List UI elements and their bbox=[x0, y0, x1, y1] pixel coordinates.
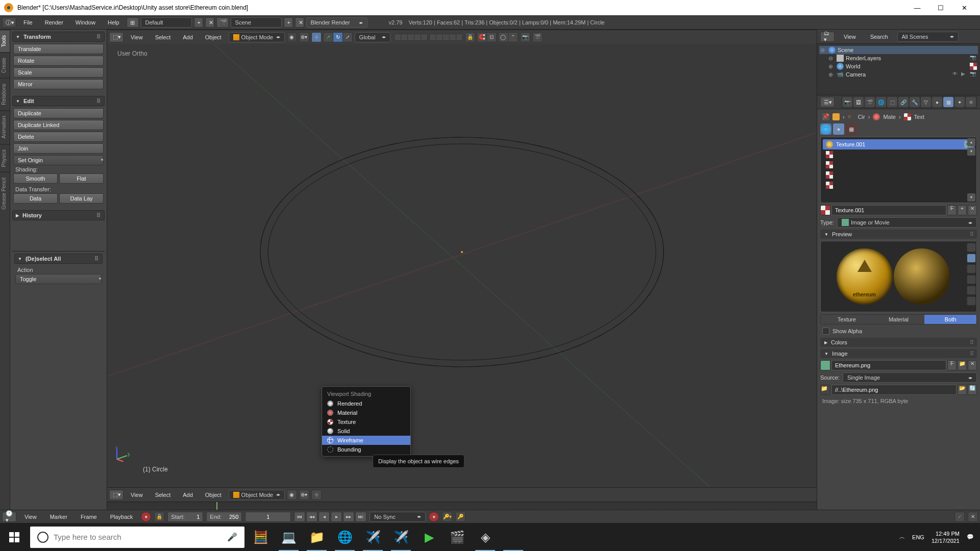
props-tab-constraint[interactable]: 🔗 bbox=[898, 97, 909, 107]
shading-btn-b[interactable]: ◉ bbox=[287, 490, 297, 500]
vtab-animation[interactable]: Animation bbox=[0, 110, 10, 143]
scene-add[interactable]: + bbox=[284, 17, 293, 28]
shading-mode-btn[interactable]: ◉ bbox=[287, 32, 297, 42]
prev-hair[interactable] bbox=[967, 286, 976, 295]
keyframe-prev-icon[interactable]: ◂◂ bbox=[306, 512, 317, 522]
outliner-view-menu[interactable]: View bbox=[839, 32, 861, 42]
texture-slot-list[interactable]: Texture.001✓ ▴ ▾ ▾ bbox=[820, 137, 977, 203]
texture-slot-2[interactable] bbox=[823, 160, 974, 170]
image-open[interactable]: 📁 bbox=[958, 360, 967, 370]
task-video[interactable]: 🎬 bbox=[443, 523, 471, 551]
duplicate-button[interactable]: Duplicate bbox=[13, 108, 104, 118]
prev-sphere2[interactable] bbox=[967, 296, 976, 306]
task-calculator[interactable]: 🧮 bbox=[247, 523, 275, 551]
props-tab-world[interactable]: 🌐 bbox=[876, 97, 886, 107]
key-insert-icon[interactable]: 🔑 bbox=[455, 512, 465, 522]
play-reverse-icon[interactable]: ◂ bbox=[318, 512, 330, 522]
view3d-b-menu-select[interactable]: Select bbox=[150, 490, 176, 500]
shading-wireframe[interactable]: Wireframe bbox=[322, 436, 410, 445]
prev-flat[interactable] bbox=[967, 243, 976, 252]
translate-button[interactable]: Translate bbox=[13, 44, 104, 54]
lock-camera-icon[interactable]: 🔒 bbox=[465, 32, 475, 42]
keyframe-next-icon[interactable]: ▸▸ bbox=[343, 512, 354, 522]
menu-file[interactable]: File bbox=[18, 17, 38, 28]
record-icon[interactable]: ● bbox=[429, 512, 439, 522]
show-alpha-checkbox[interactable] bbox=[822, 328, 829, 335]
tl-x[interactable]: ✕ bbox=[968, 512, 978, 522]
outliner-world[interactable]: ⊕World bbox=[819, 62, 978, 70]
props-tab-modifier[interactable]: 🔧 bbox=[910, 97, 920, 107]
ctx-world-tex[interactable]: 🌐 bbox=[820, 123, 831, 135]
manip-toggle-b[interactable]: ⊹ bbox=[311, 490, 322, 500]
prev-sphere[interactable] bbox=[967, 254, 976, 263]
texture-slot-0[interactable]: Texture.001✓ bbox=[823, 139, 974, 149]
texture-name-input[interactable] bbox=[831, 205, 946, 215]
edit-panel-header[interactable]: Edit⠿ bbox=[12, 96, 105, 106]
view3d-menu-object[interactable]: Object bbox=[200, 32, 227, 42]
layout-add[interactable]: + bbox=[194, 17, 203, 28]
ctx-material-tex[interactable]: ● bbox=[833, 123, 844, 135]
prev-monkey[interactable] bbox=[967, 275, 976, 284]
outliner[interactable]: ⊖Scene ⊖RenderLayers📷 ⊕World ⊕📹Camera👁▶📷 bbox=[817, 44, 980, 95]
editor-type-3dview-b[interactable]: ⬚▾ bbox=[109, 490, 124, 500]
path-browse[interactable]: 📂 bbox=[958, 385, 967, 395]
operator-header[interactable]: (De)select All⠿ bbox=[14, 254, 103, 264]
view3d-menu-select[interactable]: Select bbox=[150, 32, 176, 42]
keying-set-icon[interactable]: 🔑▾ bbox=[442, 512, 452, 522]
scene-delete[interactable]: ✕ bbox=[295, 17, 304, 28]
task-blender[interactable] bbox=[499, 523, 527, 551]
outliner-camera[interactable]: ⊕📹Camera👁▶📷 bbox=[819, 70, 978, 79]
delete-button[interactable]: Delete bbox=[13, 132, 104, 142]
outliner-scene[interactable]: ⊖Scene bbox=[819, 46, 978, 54]
history-panel-header[interactable]: History⠿ bbox=[12, 210, 105, 220]
view3d-menu-add[interactable]: Add bbox=[178, 32, 198, 42]
mode-selector-b[interactable]: Object Mode◂▸ bbox=[229, 490, 285, 500]
manip-rotate-icon[interactable]: ↻ bbox=[333, 32, 343, 42]
prev-tab-both[interactable]: Both bbox=[924, 315, 976, 324]
prev-tab-material[interactable]: Material bbox=[873, 315, 925, 324]
prev-cube[interactable] bbox=[967, 264, 976, 273]
menu-window[interactable]: Window bbox=[70, 17, 101, 28]
manip-translate-icon[interactable]: ↗ bbox=[323, 32, 333, 42]
maximize-button[interactable]: ☐ bbox=[929, 0, 952, 15]
jump-start-icon[interactable]: ⏮ bbox=[294, 512, 305, 522]
props-tab-object[interactable]: ⬚ bbox=[887, 97, 897, 107]
task-telegram1[interactable]: ✈️ bbox=[359, 523, 387, 551]
props-tab-particle[interactable]: ✦ bbox=[954, 97, 965, 107]
props-tab-render[interactable]: 📷 bbox=[842, 97, 852, 107]
close-button[interactable]: ✕ bbox=[952, 0, 976, 15]
texture-type-select[interactable]: Image or Movie◂▸ bbox=[837, 217, 977, 228]
auto-keyframe-icon[interactable]: ● bbox=[141, 512, 151, 522]
props-tab-data[interactable]: ▽ bbox=[921, 97, 931, 107]
task-telegram2[interactable]: ✈️ bbox=[387, 523, 415, 551]
texture-unlink[interactable]: ✕ bbox=[968, 205, 977, 215]
action-dropdown[interactable]: Toggle bbox=[15, 274, 102, 284]
tl-menu-frame[interactable]: Frame bbox=[76, 512, 102, 522]
notification-icon[interactable]: 💬 bbox=[967, 534, 974, 540]
pivot-btn-b[interactable]: ⊕▾ bbox=[299, 490, 309, 500]
tray-lang[interactable]: ENG bbox=[912, 534, 924, 540]
colors-panel-header[interactable]: Colors⠿ bbox=[820, 338, 977, 347]
show-alpha-row[interactable]: Show Alpha bbox=[820, 327, 977, 336]
vtab-create[interactable]: Create bbox=[0, 52, 10, 78]
render-preview-icon[interactable]: 📷 bbox=[520, 32, 530, 42]
props-tab-physics[interactable]: ⚛ bbox=[966, 97, 976, 107]
image-source-select[interactable]: Single Image◂▸ bbox=[843, 372, 977, 383]
props-tab-layers[interactable]: 🖼 bbox=[853, 97, 864, 107]
pin-icon[interactable]: 📌 bbox=[822, 113, 829, 120]
image-browse-icon[interactable] bbox=[820, 360, 830, 370]
sync-mode-select[interactable]: No Sync◂▸ bbox=[370, 512, 426, 522]
menu-help[interactable]: Help bbox=[103, 17, 125, 28]
task-unity[interactable]: ◈ bbox=[471, 523, 499, 551]
layout-selector[interactable]: Default bbox=[141, 17, 192, 28]
view3d-b-menu-view[interactable]: View bbox=[126, 490, 148, 500]
minimize-button[interactable]: — bbox=[905, 0, 929, 15]
shading-bounding[interactable]: Bounding bbox=[322, 445, 410, 454]
shading-material[interactable]: Material bbox=[322, 408, 410, 417]
timeline-editor-type[interactable]: 🕐▾ bbox=[2, 512, 16, 522]
layout-browse-icon[interactable]: ⊞ bbox=[127, 17, 139, 28]
image-unlink[interactable]: ✕ bbox=[968, 360, 977, 370]
transform-panel-header[interactable]: Transform⠿ bbox=[12, 32, 105, 42]
outliner-search-menu[interactable]: Search bbox=[865, 32, 893, 42]
search-input[interactable] bbox=[54, 533, 222, 541]
